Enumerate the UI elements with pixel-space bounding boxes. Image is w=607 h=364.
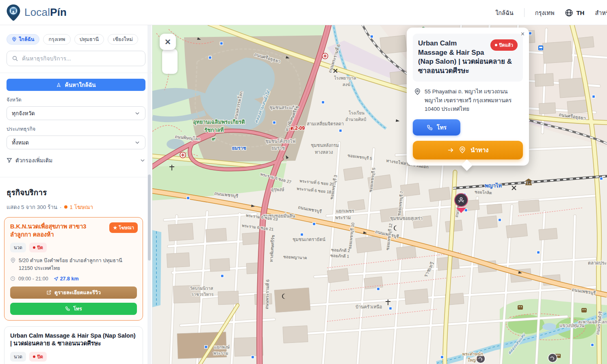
map-label: ใหญ่	[467, 358, 477, 363]
popup-header: ปิดแล้ว Urban Calm Massage & Hair Spa (N…	[413, 34, 523, 82]
chevron-down-icon	[140, 157, 145, 163]
transit-stop-marker	[209, 56, 212, 59]
search-box[interactable]	[7, 51, 145, 66]
map-graphic: อุทยานเฉลิมพระเกียรติรัชกาลที่๙มหิดลชุมช…	[152, 25, 607, 364]
map-label: แยกเพชร	[336, 209, 354, 213]
place-popup: × ปิดแล้ว Urban Calm Massage & Hair Spa …	[407, 28, 529, 166]
meta-row: 09:00 - 21:00 27.8 km	[10, 276, 137, 282]
scrollbar-thumb[interactable]	[148, 174, 151, 261]
transit-stop-marker	[205, 346, 208, 349]
results-header: ธุรกิจบริการ แสดง 5 จาก 300 ร้าน · 1 โฆษ…	[0, 177, 152, 211]
chevron-down-icon	[134, 110, 140, 116]
map-label: ชุมชนเกตราธัตน์	[293, 237, 325, 242]
map-label: รัชกาลที่	[204, 126, 224, 133]
province-label: จังหวัด	[7, 96, 145, 104]
results-summary: แสดง 5 จาก 300 ร้าน · 1 โฆษณา	[7, 202, 145, 211]
map-zoom-control[interactable]	[162, 49, 178, 74]
chip-near-me[interactable]: ใกล้ฉัน	[7, 34, 39, 45]
transit-stop-marker	[537, 251, 540, 254]
map-canvas[interactable]: อุทยานเฉลิมพระเกียรติรัชกาลที่๙มหิดลชุมช…	[152, 25, 607, 364]
closed-badge: ปิดแล้ว	[490, 39, 518, 51]
more-filters-toggle[interactable]: ตัวกรองเพิ่มเติม	[7, 156, 145, 170]
map-label: อุรุพงษ์	[271, 187, 284, 192]
chip-bangkok[interactable]: กรุงเทพ	[43, 34, 70, 45]
transit-stop-marker	[251, 356, 254, 359]
nav-for-business-link[interactable]: สำหรับ	[595, 8, 607, 17]
pin-icon	[12, 37, 17, 42]
call-button[interactable]: โทร	[10, 303, 137, 315]
map-label: ชุมชนโค้งรถไฟ	[265, 138, 295, 144]
language-switcher[interactable]: TH	[565, 9, 584, 17]
popup-navigate-button[interactable]: นำทาง	[413, 141, 523, 159]
map-label: พระราม	[335, 215, 351, 220]
brand-wordmark: LocalPín	[24, 6, 67, 19]
map-label: โรงเรียน	[349, 110, 364, 115]
business-card[interactable]: Urban Calm Massage & Hair Spa (Nap Salon…	[4, 326, 143, 364]
transit-stop-marker	[371, 35, 373, 38]
business-card-sponsored[interactable]: B.K.N.นวดเพื่อสุขภาพ สาขา3 ลำลูกกา คลองห…	[4, 217, 143, 321]
localpin-logo-icon	[6, 4, 21, 22]
chip-pathumthani[interactable]: ปทุมธานี	[74, 34, 104, 45]
transit-stop-marker	[441, 356, 444, 359]
nav-divider	[524, 8, 525, 17]
tag-row: นวด ปิด	[10, 352, 137, 362]
navigation-arrow-icon	[54, 276, 59, 281]
brand-logo[interactable]: LocalPín	[6, 4, 67, 22]
map-label: ตลาดประตูน้ำ	[588, 260, 607, 266]
status-badge: ปิด	[29, 352, 47, 362]
pin-icon	[459, 146, 466, 154]
transit-stop-marker	[221, 275, 224, 278]
star-icon: ★	[113, 225, 117, 230]
funnel-icon	[7, 157, 12, 163]
details-button[interactable]: ดูรายละเอียดและรีวิว	[10, 286, 137, 299]
transit-stop-marker	[499, 219, 501, 222]
map-label: สะพานเฉลิมโลก 55	[578, 319, 607, 324]
map-label: โรงพยาบาล	[334, 75, 356, 80]
pin-icon	[414, 88, 421, 95]
map-label: บ้านครัวเหนือ	[356, 304, 382, 309]
header-nav: ใกล้ฉัน กรุงเทพ TH สำหรับ	[495, 0, 607, 25]
status-badge: ปิด	[29, 243, 47, 252]
map-label: สามเหลี่ยมจิตรลดา	[307, 121, 344, 126]
map-label: ถนนพระรามที่ 6	[264, 279, 270, 309]
map-label: อุทยานเฉลิมพระเกียรติ	[193, 119, 245, 125]
chip-chiangmai[interactable]: เชียงใหม่	[108, 34, 138, 45]
distance: 27.8 km	[54, 276, 79, 282]
map-label: ต.2-09	[290, 125, 305, 131]
transit-stop-marker	[301, 233, 304, 236]
search-input[interactable]	[22, 55, 140, 62]
phone-icon	[427, 124, 433, 131]
sidebar-scrollbar[interactable]	[147, 25, 151, 364]
map-label: แยกพงษ์	[214, 345, 230, 349]
map-label: พระราม	[213, 351, 228, 355]
selected-place-marker[interactable]	[454, 193, 468, 214]
find-near-me-button[interactable]: ค้นหาใกล้ฉัน	[7, 79, 145, 91]
external-link-icon	[46, 290, 52, 295]
city-chips: ใกล้ฉัน กรุงเทพ ปทุมธานี เชียงใหม่	[0, 25, 152, 45]
map-label: วัดบรมนิวาส	[190, 286, 213, 291]
category-select[interactable]: ทั้งหมด	[7, 136, 145, 149]
province-select[interactable]: ทุกจังหวัด	[7, 106, 145, 120]
nav-near-me-link[interactable]: ใกล้ฉัน	[495, 8, 514, 17]
popup-close-icon[interactable]: ×	[521, 31, 525, 37]
map-label: พญาไท	[485, 182, 502, 189]
tag-row: นวด ปิด	[10, 243, 137, 252]
marker-spa-icon	[454, 193, 468, 207]
transit-stop-marker	[377, 288, 380, 291]
business-title: B.K.N.นวดเพื่อสุขภาพ สาขา3 ลำลูกกา คลองห…	[10, 223, 104, 239]
globe-icon	[565, 9, 573, 17]
transit-stop-marker	[591, 344, 594, 347]
search-icon	[12, 55, 18, 62]
nav-bangkok-link[interactable]: กรุงเทพ	[535, 8, 555, 17]
results-title: ธุรกิจบริการ	[7, 186, 145, 198]
map-label: ราชวรวิหาร	[191, 292, 214, 297]
map-label: ชุมชนหลังกรม	[311, 143, 339, 148]
arrow-right-icon	[447, 146, 454, 154]
address-text: 5/20 ตำบล บึงคำพร้อย อำเภอลำลูกกา ปทุมธา…	[19, 257, 137, 272]
popup-call-button[interactable]: โทร	[413, 119, 460, 136]
ads-count: 1 โฆษณา	[70, 202, 93, 211]
sponsored-badge: ★ โฆษณา	[109, 222, 138, 233]
transit-stop-marker	[187, 197, 190, 200]
map-close-button[interactable]: ✕	[160, 34, 176, 50]
transit-stop-marker	[529, 32, 532, 35]
